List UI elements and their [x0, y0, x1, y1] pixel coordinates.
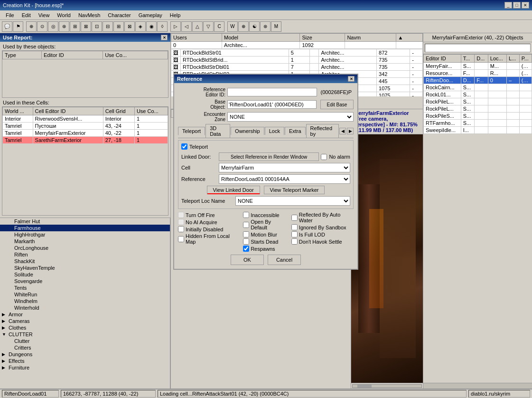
- tree-item[interactable]: Windhelm: [0, 298, 170, 304]
- toolbar-btn-12[interactable]: ⊠: [124, 21, 135, 32]
- table-row[interactable]: RockL01...S...: [424, 91, 532, 98]
- tree-item[interactable]: Clutter: [0, 338, 170, 344]
- tree-expand-icon[interactable]: ▼: [2, 332, 8, 337]
- table-row[interactable]: TamrielSarethiFarmExterior27, -181: [3, 137, 168, 144]
- toolbar-btn-6[interactable]: ⊛: [59, 21, 69, 32]
- toolbar-btn-2[interactable]: ⚑: [13, 21, 23, 32]
- flag-starts-dead-cb[interactable]: [243, 238, 249, 245]
- view-teleport-marker-btn[interactable]: View Teleport Marker: [264, 186, 325, 194]
- table-row[interactable]: Resource...F...R...(…: [424, 70, 532, 77]
- table-row[interactable]: RockPileS...S...: [424, 113, 532, 120]
- tree-item[interactable]: ▶Dungeons: [0, 351, 170, 358]
- toolbar-btn-14[interactable]: ◉: [146, 21, 157, 32]
- flag-reflected-auto-cb[interactable]: [291, 215, 298, 221]
- tree-item[interactable]: ▶Furniture: [0, 364, 170, 371]
- table-row[interactable]: TamrielПустоши43, -241: [3, 123, 168, 130]
- menu-character[interactable]: Character: [104, 11, 134, 19]
- toolbar-btn-9[interactable]: ⊡: [92, 21, 102, 32]
- tab-reflected[interactable]: Reflected by: [306, 124, 339, 138]
- tree-item[interactable]: ▶Armor: [0, 311, 170, 318]
- tab-lock[interactable]: Lock: [265, 127, 284, 135]
- flag-open-default-cb[interactable]: [243, 222, 249, 228]
- flag-dont-havok-cb[interactable]: [291, 238, 298, 245]
- teleport-checkbox[interactable]: [181, 143, 187, 150]
- toolbar-btn-21[interactable]: W: [227, 21, 238, 32]
- menu-file[interactable]: File: [2, 11, 18, 19]
- tree-expand-icon[interactable]: ▶: [2, 319, 8, 323]
- right-panel-filter-input[interactable]: [425, 44, 531, 52]
- flag-initially-disabled-cb[interactable]: [178, 226, 184, 232]
- tree-item[interactable]: WhiteRun: [0, 291, 170, 298]
- menu-view[interactable]: View: [35, 11, 54, 19]
- toolbar-btn-23[interactable]: ☯: [249, 21, 260, 32]
- right-panel-scrollbar[interactable]: [423, 383, 532, 389]
- toolbar-btn-4[interactable]: ⊙: [37, 21, 47, 32]
- tree-item[interactable]: ▶Cameras: [0, 318, 170, 324]
- toolbar-btn-25[interactable]: M: [271, 21, 281, 32]
- cell-select[interactable]: MerryfairFarm: [219, 163, 350, 172]
- table-row[interactable]: RTFarmho...S...: [424, 120, 532, 127]
- tree-expand-icon[interactable]: ▶: [2, 352, 8, 357]
- maximize-button[interactable]: □: [513, 2, 521, 9]
- tab-extra[interactable]: Extra: [285, 127, 306, 135]
- render-scrollbar-h[interactable]: [351, 383, 423, 389]
- toolbar-btn-17[interactable]: ◁: [181, 21, 192, 32]
- toolbar-btn-3[interactable]: ⊕: [26, 21, 37, 32]
- tree-item[interactable]: HighHrothgar: [0, 231, 170, 238]
- toolbar-btn-10[interactable]: ⊟: [103, 21, 113, 32]
- table-row[interactable]: RiftenDoo...D...F...0–(…: [424, 77, 532, 84]
- table-row[interactable]: TamrielMerryfairFarmExterior40, -221: [3, 130, 168, 137]
- tree-item[interactable]: Farmhouse: [0, 225, 170, 231]
- tree-expand-icon[interactable]: ▶: [2, 312, 8, 317]
- table-row[interactable]: MerryFair...S...M...(…: [424, 63, 532, 70]
- view-linked-door-btn[interactable]: View Linked Door: [207, 186, 260, 194]
- render-area[interactable]: [351, 134, 423, 383]
- tree-item[interactable]: Tents: [0, 284, 170, 291]
- base-object-input[interactable]: [227, 100, 317, 109]
- list-item[interactable]: 🖼RTDockBldStrDbl017Architec...735-: [171, 64, 423, 71]
- menu-edit[interactable]: Edit: [18, 11, 35, 19]
- scroll-thumb[interactable]: [357, 385, 372, 388]
- minimize-button[interactable]: _: [504, 2, 512, 9]
- toolbar-btn-20[interactable]: C: [214, 21, 224, 32]
- tab-teleport[interactable]: Teleport: [178, 127, 205, 135]
- tab-3ddata[interactable]: 3D Data: [205, 124, 230, 138]
- tree-item[interactable]: ▶Effects: [0, 358, 170, 364]
- tab-ownership[interactable]: Ownership: [231, 127, 264, 135]
- table-row[interactable]: RockPileL...S...: [424, 105, 532, 113]
- menu-gameplay[interactable]: Gameplay: [135, 11, 166, 19]
- flag-inaccessible-cb[interactable]: [243, 212, 249, 218]
- toolbar-btn-8[interactable]: ⊠: [81, 21, 91, 32]
- toolbar-btn-22[interactable]: ⊕: [238, 21, 249, 32]
- tab-prev[interactable]: ◀: [339, 128, 346, 134]
- tree-expand-icon[interactable]: ▶: [2, 359, 8, 363]
- menu-world[interactable]: World: [53, 11, 75, 19]
- flag-motion-blur-cb[interactable]: [243, 231, 249, 237]
- reference-select[interactable]: RiftenDoorLoad01 000164AA: [219, 174, 350, 184]
- table-row[interactable]: 0 Architec... 1092: [171, 42, 423, 49]
- tree-expand-icon[interactable]: ▶: [2, 365, 8, 370]
- tree-expand-icon[interactable]: ▶: [2, 325, 8, 330]
- flag-respawns-cb[interactable]: [243, 246, 249, 252]
- toolbar-btn-7[interactable]: ⊞: [70, 21, 80, 32]
- flag-no-ai-cb[interactable]: [178, 219, 184, 225]
- tree-item[interactable]: Sovengarde: [0, 278, 170, 284]
- teleport-loc-select[interactable]: NONE: [235, 196, 350, 206]
- table-row[interactable]: RockPileL...S...: [424, 98, 532, 105]
- flag-ignored-sandbox-cb[interactable]: [291, 224, 298, 230]
- tree-item[interactable]: Critters: [0, 344, 170, 351]
- use-report-close-button[interactable]: ✕: [161, 35, 168, 40]
- tree-item[interactable]: ShackKit: [0, 258, 170, 265]
- toolbar-btn-1[interactable]: 💬: [2, 21, 12, 32]
- toolbar-btn-13[interactable]: ◈: [135, 21, 146, 32]
- list-item[interactable]: 🖼RTDockBldStr015Architec...872-: [171, 49, 423, 57]
- tree-item[interactable]: Solitude: [0, 271, 170, 278]
- tree-item[interactable]: OrcLonghouse: [0, 245, 170, 251]
- table-row[interactable]: RockCairn...S...: [424, 84, 532, 91]
- tree-item[interactable]: Winterhold: [0, 304, 170, 311]
- tree-item[interactable]: Markarth: [0, 238, 170, 245]
- menu-help[interactable]: Help: [166, 11, 185, 19]
- toolbar-btn-19[interactable]: ▽: [203, 21, 214, 32]
- flag-hidden-local-cb[interactable]: [178, 236, 184, 242]
- tree-item[interactable]: ▼CLUTTER: [0, 331, 170, 338]
